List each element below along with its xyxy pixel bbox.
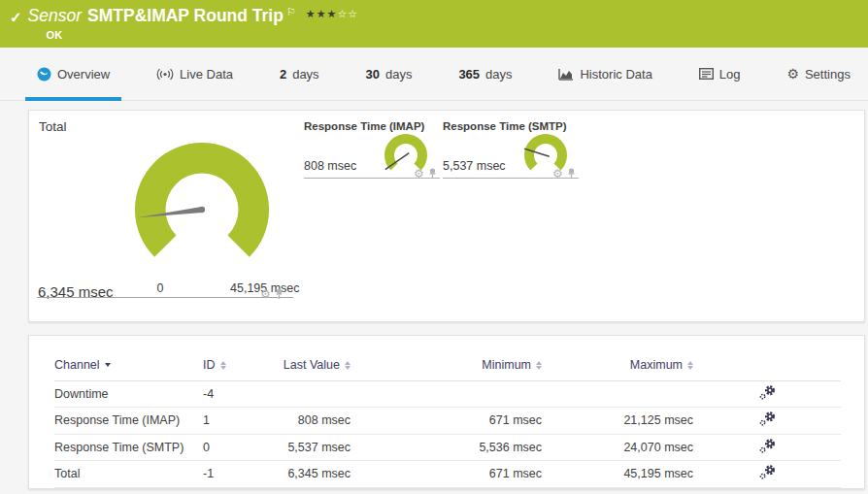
- priority-flag-icon[interactable]: ⚐: [286, 7, 296, 17]
- column-label: Maximum: [630, 358, 683, 372]
- tab-label: Settings: [805, 67, 851, 82]
- sensor-header: ✓ Sensor SMTP&IMAP Round Trip ⚐ ★★★☆☆ OK: [0, 0, 868, 48]
- status-check-icon: ✓: [10, 9, 22, 26]
- tab-label: Live Data: [180, 67, 233, 82]
- channel-id: 1: [203, 408, 261, 435]
- gauge-icon: [37, 67, 51, 82]
- tab-label: days: [292, 67, 318, 82]
- sort-both-icon: [536, 361, 542, 370]
- channel-name: Response Time (SMTP): [54, 434, 203, 461]
- gauge-settings-gear-icon[interactable]: ⚙: [552, 168, 563, 180]
- channel-name: Response Time (IMAP): [54, 408, 203, 435]
- live-data-icon: [156, 68, 174, 81]
- channel-name: Downtime: [54, 380, 203, 408]
- gauge-settings-gear-icon[interactable]: ⚙: [414, 168, 424, 180]
- channel-minimum: 671 msec: [351, 461, 542, 488]
- table-row: Response Time (IMAP) 1 808 msec 671 msec…: [54, 408, 841, 435]
- channel-id: 0: [203, 434, 261, 461]
- channel-name: Total: [54, 461, 203, 488]
- tab-365-days[interactable]: 365 days: [447, 48, 523, 100]
- log-icon: [699, 68, 714, 80]
- tab-log[interactable]: Log: [687, 48, 752, 100]
- column-label: Minimum: [482, 358, 531, 372]
- column-header-minimum[interactable]: Minimum: [351, 336, 542, 380]
- sensor-title: SMTP&IMAP Round Trip: [87, 6, 284, 26]
- column-label: Last Value: [284, 358, 340, 372]
- channel-id: -1: [203, 461, 261, 488]
- tab-label: Historic Data: [580, 67, 651, 82]
- channel-settings-icon[interactable]: [759, 385, 776, 403]
- gauge-settings-gear-icon[interactable]: ⚙: [260, 288, 271, 300]
- channel-settings-icon[interactable]: [759, 439, 776, 456]
- sensor-status-badge: OK: [47, 29, 359, 41]
- smtp-gauge-value: 5,537 msec: [443, 159, 506, 173]
- channel-maximum: 45,195 msec: [542, 461, 693, 488]
- gauge-pin-icon[interactable]: [428, 168, 437, 180]
- channel-maximum: 21,125 msec: [542, 408, 693, 435]
- chart-icon: [558, 68, 574, 81]
- column-header-actions: [693, 336, 841, 380]
- sort-desc-icon: [105, 363, 111, 367]
- gear-icon: ⚙: [786, 67, 799, 81]
- tab-settings[interactable]: ⚙ Settings: [775, 48, 862, 100]
- tab-label: Overview: [57, 67, 110, 82]
- channel-maximum: 24,070 msec: [542, 434, 693, 461]
- channel-minimum: 671 msec: [351, 408, 542, 435]
- tab-historic-data[interactable]: Historic Data: [547, 48, 663, 100]
- column-header-maximum[interactable]: Maximum: [542, 336, 693, 380]
- channel-minimum: [351, 380, 542, 408]
- table-header-row: Channel ID Last Value Minimum Maximum: [54, 336, 841, 380]
- channel-minimum: 5,536 msec: [351, 434, 542, 461]
- channel-last-value: 5,537 msec: [261, 434, 351, 461]
- tab-label: days: [385, 67, 412, 82]
- channel-maximum: [542, 380, 693, 408]
- tab-live-data[interactable]: Live Data: [145, 48, 245, 100]
- tab-2-days[interactable]: 2 days: [268, 48, 331, 100]
- stars-filled[interactable]: ★★★: [306, 8, 338, 19]
- gauge-pin-icon[interactable]: [275, 288, 284, 300]
- channels-table-panel: Channel ID Last Value Minimum Maximum Do…: [28, 335, 865, 489]
- gauge-scale-min: 0: [150, 281, 170, 295]
- sort-both-icon: [687, 361, 693, 370]
- channel-settings-icon[interactable]: [759, 412, 776, 429]
- channel-settings-icon[interactable]: [759, 465, 776, 482]
- tab-overview[interactable]: Overview: [25, 48, 121, 100]
- tab-30-days[interactable]: 30 days: [354, 48, 424, 100]
- gauge-pin-icon[interactable]: [567, 168, 576, 180]
- channel-last-value: [261, 380, 351, 408]
- table-row: Downtime -4: [54, 380, 841, 408]
- column-header-channel[interactable]: Channel: [54, 336, 203, 380]
- tab-label: Log: [719, 67, 741, 82]
- channel-id: -4: [203, 380, 261, 408]
- tab-number: 30: [366, 67, 380, 82]
- gauges-panel: Total 0 45,195 msec 6,345 msec ⚙ Respons…: [28, 110, 865, 322]
- tab-number: 365: [458, 67, 480, 82]
- stars-empty[interactable]: ☆☆: [337, 8, 358, 19]
- main-gauge-title: Total: [39, 119, 67, 134]
- table-row: Total -1 6,345 msec 671 msec 45,195 msec: [54, 461, 841, 488]
- tab-label: days: [485, 67, 512, 82]
- channel-last-value: 808 msec: [261, 408, 351, 435]
- total-gauge: [130, 138, 274, 281]
- channels-table: Channel ID Last Value Minimum Maximum Do…: [54, 336, 841, 488]
- column-header-id[interactable]: ID: [203, 336, 261, 380]
- column-label: Channel: [54, 358, 100, 372]
- column-label: ID: [203, 358, 216, 372]
- priority-stars[interactable]: ★★★☆☆: [306, 8, 358, 20]
- sensor-type-label: Sensor: [28, 6, 82, 26]
- tab-number: 2: [280, 67, 286, 82]
- sensor-tab-bar: Overview Live Data 2 days 30 days 365 da…: [0, 48, 868, 101]
- imap-gauge-value: 808 msec: [304, 159, 356, 173]
- table-row: Response Time (SMTP) 0 5,537 msec 5,536 …: [54, 434, 841, 461]
- divider: [37, 297, 293, 298]
- channel-last-value: 6,345 msec: [261, 461, 351, 488]
- sort-both-icon: [220, 361, 226, 370]
- sort-both-icon: [345, 361, 351, 370]
- column-header-last-value[interactable]: Last Value: [261, 336, 351, 380]
